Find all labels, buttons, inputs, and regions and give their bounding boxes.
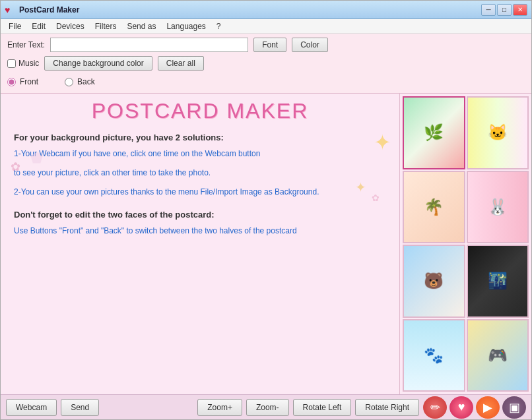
- rotate-right-button[interactable]: Rotate Right: [355, 399, 419, 416]
- toolbar-row-2: Music Change background color Clear all: [7, 56, 525, 71]
- deco-circle: ⬟: [30, 150, 43, 167]
- webcam-button[interactable]: Webcam: [6, 399, 57, 416]
- thumb-4-inner: 🐰: [468, 172, 528, 243]
- thumbnails-panel: 🌿 🐱 🌴 🐰 🐻 🌃 🐾 🎮: [399, 94, 531, 394]
- info-step-1a: 1-Your Webcam if you have one, click one…: [14, 148, 386, 160]
- radio-group: Front Back: [7, 75, 525, 89]
- zoom-plus-button[interactable]: Zoom+: [197, 399, 242, 416]
- menu-send-as[interactable]: Send as: [121, 20, 161, 32]
- menu-devices[interactable]: Devices: [51, 20, 90, 32]
- toolbar: Enter Text: Font Color Music Change back…: [1, 34, 531, 94]
- thumbnail-8[interactable]: 🎮: [467, 319, 529, 392]
- thumb-6-inner: 🌃: [468, 246, 528, 316]
- deco-flower-2: ✿: [372, 193, 380, 203]
- rotate-left-button[interactable]: Rotate Left: [293, 399, 352, 416]
- deco-star-2: ✦: [355, 179, 366, 195]
- title-bar-buttons: ─ □ ✕: [481, 4, 527, 16]
- change-bg-button[interactable]: Change background color: [44, 56, 152, 71]
- bottom-bar: Webcam Send Zoom+ Zoom- Rotate Left Rota…: [1, 394, 531, 419]
- title-bar: ♥ PostCard Maker ─ □ ✕: [1, 1, 531, 19]
- color-button[interactable]: Color: [292, 38, 328, 52]
- info-heading-1: For your background picture, you have 2 …: [14, 133, 386, 142]
- heart-icon-button[interactable]: ♥: [449, 396, 473, 419]
- info-step-2: 2-You can use your own pictures thanks t…: [14, 186, 386, 198]
- music-checkbox[interactable]: [7, 59, 16, 68]
- title-bar-text: PostCard Maker: [19, 5, 481, 15]
- menu-help[interactable]: ?: [211, 20, 226, 32]
- action-icons: ✏ ♥ ▶ ▣: [423, 396, 526, 419]
- info-area: For your background picture, you have 2 …: [1, 126, 399, 394]
- square-icon-button[interactable]: ▣: [502, 396, 526, 419]
- send-button[interactable]: Send: [61, 399, 99, 416]
- radio-back-label[interactable]: Back: [65, 77, 95, 86]
- info-step-1b: to see your picture, click an other time…: [14, 167, 386, 179]
- info-step-3: Use Buttons "Front" and "Back" to switch…: [14, 225, 386, 237]
- menu-bar: File Edit Devices Filters Send as Langua…: [1, 19, 531, 34]
- info-heading-2: Don't forget to edit the two faces of th…: [14, 210, 386, 220]
- font-button[interactable]: Font: [253, 38, 286, 52]
- thumbnail-3[interactable]: 🌴: [403, 171, 465, 244]
- music-label: Music: [18, 59, 39, 68]
- minimize-button[interactable]: ─: [481, 4, 496, 16]
- back-label: Back: [77, 77, 95, 86]
- menu-edit[interactable]: Edit: [26, 20, 51, 32]
- main-window: ♥ PostCard Maker ─ □ ✕ File Edit Devices…: [0, 0, 532, 420]
- postcard-title: POSTCARD MAKER: [1, 94, 399, 126]
- arrow-icon-button[interactable]: ▶: [476, 396, 500, 419]
- radio-front-label[interactable]: Front: [7, 77, 38, 86]
- menu-file[interactable]: File: [3, 20, 26, 32]
- enter-text-input[interactable]: [50, 38, 248, 52]
- thumb-1-inner: 🌿: [404, 98, 464, 168]
- enter-text-label: Enter Text:: [7, 40, 45, 49]
- main-content: ✦ ✦ ✿ ✿ ⬟ POSTCARD MAKER For your backgr…: [1, 94, 531, 394]
- menu-filters[interactable]: Filters: [90, 20, 122, 32]
- radio-back[interactable]: [65, 78, 73, 86]
- deco-flower-1: ✿: [11, 160, 20, 174]
- maximize-button[interactable]: □: [497, 4, 512, 16]
- zoom-minus-button[interactable]: Zoom-: [246, 399, 289, 416]
- radio-front[interactable]: [7, 78, 16, 86]
- thumbnail-2[interactable]: 🐱: [467, 96, 529, 169]
- thumb-5-inner: 🐻: [404, 246, 464, 316]
- thumbnail-5[interactable]: 🐻: [403, 245, 465, 318]
- music-checkbox-label[interactable]: Music: [7, 59, 39, 68]
- thumb-3-inner: 🌴: [404, 172, 464, 243]
- thumb-7-inner: 🐾: [404, 320, 464, 391]
- thumb-8-inner: 🎮: [468, 320, 528, 391]
- thumb-2-inner: 🐱: [468, 98, 528, 168]
- thumbnail-4[interactable]: 🐰: [467, 171, 529, 244]
- clear-all-button[interactable]: Clear all: [158, 56, 204, 71]
- toolbar-row-1: Enter Text: Font Color: [7, 38, 525, 52]
- thumbnail-7[interactable]: 🐾: [403, 319, 465, 392]
- thumbnail-6[interactable]: 🌃: [467, 245, 529, 318]
- thumbnail-1[interactable]: 🌿: [403, 96, 465, 169]
- app-icon: ♥: [5, 5, 15, 15]
- deco-star-1: ✦: [374, 130, 391, 155]
- canvas-area: ✦ ✦ ✿ ✿ ⬟ POSTCARD MAKER For your backgr…: [1, 94, 399, 394]
- menu-languages[interactable]: Languages: [161, 20, 211, 32]
- close-button[interactable]: ✕: [513, 4, 527, 16]
- front-label: Front: [20, 77, 38, 86]
- pencil-icon-button[interactable]: ✏: [423, 396, 447, 419]
